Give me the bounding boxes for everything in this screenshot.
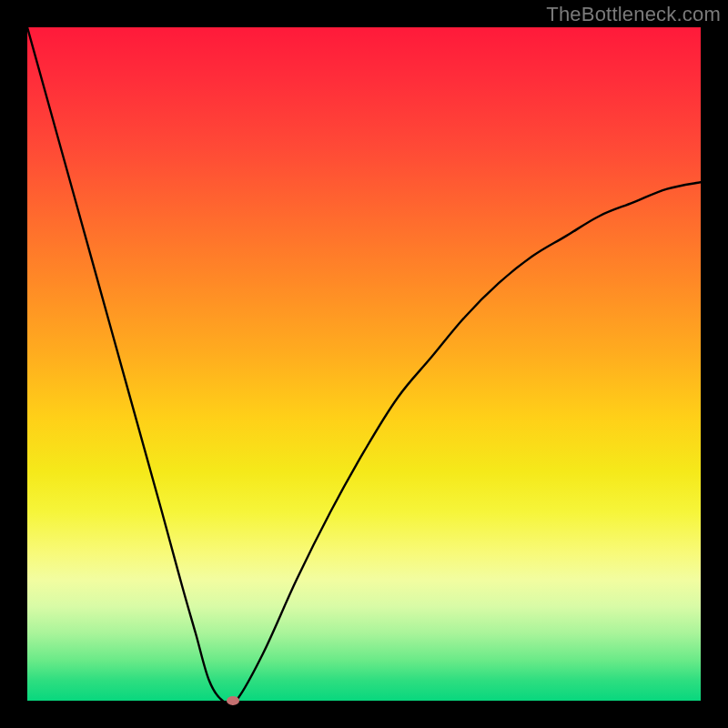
optimal-point-marker xyxy=(227,696,239,705)
chart-frame: TheBottleneck.com xyxy=(0,0,728,728)
attribution-text: TheBottleneck.com xyxy=(546,3,721,26)
plot-area xyxy=(27,27,701,701)
bottleneck-curve xyxy=(27,27,701,701)
